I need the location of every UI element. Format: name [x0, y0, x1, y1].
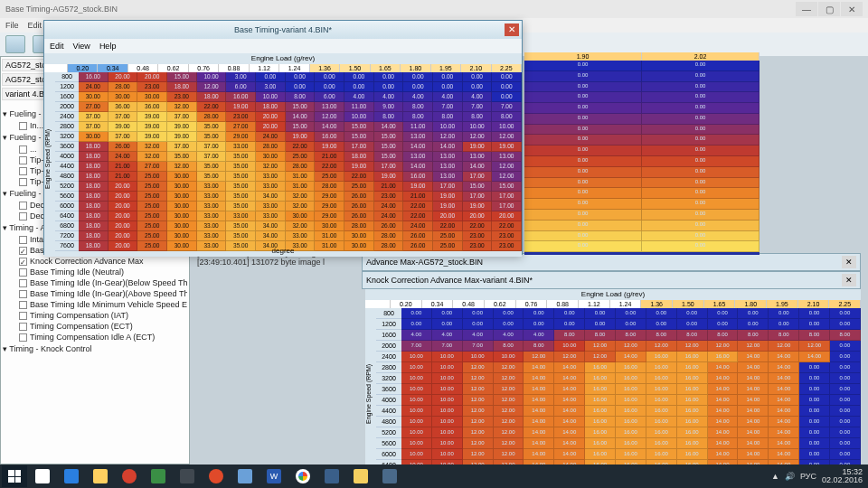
cell[interactable]: 0.00	[769, 308, 799, 319]
cell[interactable]: 16.00	[677, 427, 708, 438]
cell[interactable]: 22.00	[197, 102, 227, 112]
cell[interactable]: 0.00	[830, 341, 861, 352]
cell[interactable]: 0.00	[585, 308, 616, 319]
cell[interactable]: 7.00	[433, 102, 463, 112]
cell[interactable]: 34.00	[256, 231, 286, 241]
cell[interactable]: 23.00	[167, 92, 197, 102]
checkbox[interactable]	[19, 212, 27, 221]
cell[interactable]: 14.00	[708, 373, 739, 384]
cell[interactable]: 16.00	[708, 352, 739, 362]
checkbox[interactable]	[19, 268, 27, 277]
cell[interactable]: 16.00	[677, 417, 708, 427]
cell[interactable]: 29.00	[315, 211, 344, 221]
cell[interactable]: 8.00	[374, 112, 404, 122]
cell[interactable]: 14.00	[738, 373, 769, 384]
mdi-titlebar[interactable]: Base Timing-AG572_stock.BIN — ▢ ✕	[0, 0, 868, 18]
cell[interactable]: 8.00	[738, 330, 769, 341]
cell[interactable]: 14.00	[708, 362, 739, 373]
cell[interactable]: 14.00	[769, 449, 799, 460]
cell[interactable]: 11.00	[403, 122, 433, 132]
cell[interactable]: 16.00	[585, 427, 616, 438]
cell[interactable]: 0.00	[769, 319, 799, 330]
cell[interactable]: 10.00	[432, 395, 463, 406]
cell[interactable]: 16.00	[403, 172, 433, 182]
cell[interactable]: 0.00	[708, 319, 739, 330]
cell[interactable]: 14.00	[738, 362, 769, 373]
cell[interactable]: 10.00	[432, 352, 463, 362]
checkbox[interactable]	[19, 301, 27, 309]
cell[interactable]: 10.00	[401, 352, 432, 362]
checkbox[interactable]	[19, 247, 27, 255]
cell[interactable]: 0.00	[432, 319, 463, 330]
cell[interactable]: 28.00	[197, 112, 227, 122]
cell[interactable]: 21.00	[108, 172, 138, 182]
cell[interactable]: 16.00	[616, 406, 646, 417]
cell[interactable]: 33.00	[197, 231, 227, 241]
table-row[interactable]: 480010.0010.0012.0012.0014.0014.0016.001…	[376, 417, 861, 427]
cell[interactable]: 19.00	[315, 142, 344, 152]
menu-edit[interactable]: Edit	[50, 42, 64, 51]
cell[interactable]: 30.00	[167, 221, 197, 231]
cell[interactable]: 30.00	[315, 221, 344, 231]
cell[interactable]: 20.00	[108, 182, 138, 192]
cell[interactable]: 19.00	[344, 162, 374, 172]
cell[interactable]: 21.00	[315, 152, 344, 162]
cell[interactable]: 16.00	[79, 72, 108, 82]
cell[interactable]: 0.00	[554, 319, 585, 330]
cell[interactable]: 18.00	[79, 162, 108, 172]
table-row[interactable]: 600010.0010.0012.0012.0014.0014.0016.001…	[376, 449, 861, 460]
cell[interactable]: 0.00	[830, 449, 861, 460]
cell[interactable]: 25.00	[137, 231, 167, 241]
cell[interactable]: 18.00	[79, 142, 108, 152]
cell[interactable]: 13.00	[433, 152, 463, 162]
cell[interactable]: 39.00	[137, 132, 167, 142]
cell[interactable]: 4.00	[401, 330, 432, 341]
cell[interactable]: 14.00	[463, 162, 493, 172]
cell[interactable]: 0.00	[646, 319, 677, 330]
cell[interactable]: 15.00	[286, 102, 316, 112]
cell[interactable]: 33.00	[226, 211, 256, 221]
cell[interactable]: 12.00	[738, 341, 769, 352]
start-button[interactable]	[2, 465, 27, 487]
cell[interactable]: 20.00	[108, 202, 138, 211]
cell[interactable]: 20.00	[463, 211, 493, 221]
cell[interactable]: 0.00	[677, 308, 708, 319]
cell[interactable]: 24.00	[256, 132, 286, 142]
checkbox[interactable]	[19, 312, 27, 320]
cell[interactable]: 0.00	[830, 319, 861, 330]
cell[interactable]: 22.00	[492, 221, 522, 231]
cell[interactable]: 35.00	[226, 152, 256, 162]
cell[interactable]: 20.00	[108, 211, 138, 221]
cell[interactable]: 32.00	[286, 202, 316, 211]
close-icon[interactable]: ✕	[842, 256, 856, 268]
cell[interactable]: 0.00	[463, 319, 494, 330]
cell[interactable]: 0.00	[524, 319, 554, 330]
cell[interactable]: 21.00	[374, 182, 404, 192]
cell[interactable]: 24.00	[79, 82, 108, 92]
cell[interactable]: 16.00	[616, 395, 646, 406]
cell[interactable]: 0.00	[463, 308, 494, 319]
cell[interactable]: 28.00	[256, 142, 286, 152]
cell[interactable]: 32.00	[167, 102, 197, 112]
taskbar-icon[interactable]	[203, 465, 230, 487]
cell[interactable]: 10.00	[432, 417, 463, 427]
cell[interactable]: 0.00	[799, 427, 830, 438]
table-row[interactable]: 520010.0010.0012.0012.0014.0014.0016.001…	[376, 427, 861, 438]
cell[interactable]: 20.00	[108, 221, 138, 231]
child-window[interactable]: Knock Correction Advance Max-variant 4.B…	[362, 271, 861, 289]
cell[interactable]: 30.00	[167, 202, 197, 211]
cell[interactable]: 16.00	[646, 406, 677, 417]
cell[interactable]: 12.00	[494, 417, 524, 427]
cell[interactable]: 16.00	[677, 438, 708, 449]
cell[interactable]: 0.00	[374, 82, 404, 92]
cell[interactable]: 12.00	[463, 132, 493, 142]
cell[interactable]: 4.00	[524, 330, 554, 341]
cell[interactable]: 16.00	[646, 427, 677, 438]
cell[interactable]: 30.00	[344, 241, 374, 251]
cell[interactable]: 25.00	[433, 231, 463, 241]
cell[interactable]: 4.00	[433, 92, 463, 102]
cell[interactable]: 32.00	[256, 162, 286, 172]
cell[interactable]: 0.00	[830, 417, 861, 427]
cell[interactable]: 4.00	[344, 92, 374, 102]
cell[interactable]: 10.00	[401, 438, 432, 449]
